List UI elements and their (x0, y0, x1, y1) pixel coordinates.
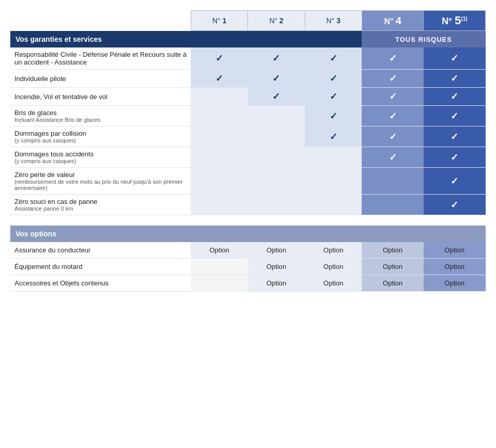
checkmark-r8-n5: ✓ (451, 200, 458, 210)
option-r3-n1 (191, 275, 247, 291)
check-r6-n3 (305, 147, 362, 168)
check-r6-n5: ✓ (424, 147, 486, 168)
check-r4-n4: ✓ (362, 106, 424, 126)
option-r3-n5: Option (424, 275, 486, 291)
check-r3-n4: ✓ (362, 88, 424, 106)
option-r2-n2: Option (248, 258, 305, 275)
checkmark-r1-n3: ✓ (330, 53, 337, 63)
check-r8-n3 (305, 195, 362, 215)
guarantee-label-5: Dommages par collision (y compris aux ca… (10, 126, 191, 147)
check-r3-n3: ✓ (305, 88, 362, 106)
header-n5: N° 5(1) (424, 11, 486, 31)
column-header-row: N° 1 N° 2 N° 3 N° 4 N° 5(1) (10, 11, 486, 31)
guarantee-label-6: Dommages tous accidents (y compris aux c… (10, 147, 191, 168)
checkmark-r1-n4: ✓ (389, 53, 397, 63)
check-r2-n1: ✓ (191, 70, 247, 88)
option-r1-n4: Option (362, 242, 424, 259)
guarantee-row-3: Incendie, Vol et tentative de vol ✓ ✓ ✓ … (10, 88, 486, 106)
checkmark-r1-n5: ✓ (451, 53, 458, 63)
header-n2: N° 2 (248, 11, 305, 31)
option-r3-n2: Option (248, 275, 305, 291)
checkmark-r5-n4: ✓ (389, 132, 397, 142)
option-r2-n1 (191, 258, 247, 275)
check-r6-n4: ✓ (362, 147, 424, 168)
check-r7-n5: ✓ (424, 168, 486, 195)
check-r1-n5: ✓ (424, 47, 486, 70)
option-label-3: Accessoires et Objets contenus (10, 275, 191, 291)
checkmark-r5-n3: ✓ (330, 132, 337, 142)
checkmark-r2-n3: ✓ (330, 73, 337, 84)
guarantee-label-8: Zéro souci en cas de panne Assistance pa… (10, 195, 191, 215)
checkmark-r1-n1: ✓ (215, 53, 223, 63)
option-r2-n5: Option (424, 258, 486, 275)
checkmark-r3-n5: ✓ (451, 91, 458, 102)
checkmark-r3-n4: ✓ (389, 91, 397, 102)
check-r1-n1: ✓ (191, 47, 247, 70)
check-r2-n4: ✓ (362, 70, 424, 88)
check-r6-n2 (248, 147, 305, 168)
option-r1-n1: Option (191, 242, 247, 259)
check-r4-n3: ✓ (305, 106, 362, 126)
check-r5-n5: ✓ (424, 126, 486, 147)
check-r1-n3: ✓ (305, 47, 362, 70)
option-r1-n3: Option (305, 242, 362, 259)
header-n1: N° 1 (191, 11, 247, 31)
checkmark-r2-n5: ✓ (451, 73, 458, 84)
option-row-1: Assurance du conducteur Option Option Op… (10, 242, 486, 259)
check-r7-n3 (305, 168, 362, 195)
tous-risques-label: TOUS RISQUES (362, 31, 485, 48)
guarantee-label-3: Incendie, Vol et tentative de vol (10, 88, 191, 106)
check-r3-n5: ✓ (424, 88, 486, 106)
checkmark-r4-n4: ✓ (389, 111, 397, 121)
main-table-wrapper: N° 1 N° 2 N° 3 N° 4 N° 5(1) (10, 10, 486, 292)
guarantee-row-1: Responsabilité Civile - Défense Pénale e… (10, 47, 486, 70)
check-r4-n2 (248, 106, 305, 126)
check-r3-n2: ✓ (248, 88, 305, 106)
options-section-title: Vos options (10, 226, 486, 242)
option-label-2: Équipement du motard (10, 258, 191, 275)
guarantee-row-5: Dommages par collision (y compris aux ca… (10, 126, 486, 147)
header-empty-cell (10, 11, 191, 31)
page-container: N° 1 N° 2 N° 3 N° 4 N° 5(1) (10, 10, 486, 292)
option-r3-n4: Option (362, 275, 424, 291)
check-r4-n1 (191, 106, 247, 126)
guarantee-row-6: Dommages tous accidents (y compris aux c… (10, 147, 486, 168)
options-section-header: Vos options (10, 226, 486, 242)
checkmark-r5-n5: ✓ (451, 132, 458, 142)
option-row-3: Accessoires et Objets contenus Option Op… (10, 275, 486, 291)
checkmark-r4-n3: ✓ (330, 111, 337, 121)
check-r2-n3: ✓ (305, 70, 362, 88)
check-r8-n5: ✓ (424, 195, 486, 215)
check-r5-n2 (248, 126, 305, 147)
header-n3: N° 3 (305, 11, 362, 31)
checkmark-r7-n5: ✓ (451, 176, 458, 186)
check-r4-n5: ✓ (424, 106, 486, 126)
check-r7-n1 (191, 168, 247, 195)
checkmark-r4-n5: ✓ (451, 111, 458, 121)
check-r2-n2: ✓ (248, 70, 305, 88)
checkmark-r6-n4: ✓ (389, 152, 397, 163)
option-r2-n3: Option (305, 258, 362, 275)
checkmark-r3-n3: ✓ (330, 91, 337, 102)
guarantee-row-8: Zéro souci en cas de panne Assistance pa… (10, 195, 486, 215)
check-r7-n4 (362, 168, 424, 195)
check-r7-n2 (248, 168, 305, 195)
option-r1-n5: Option (424, 242, 486, 259)
check-r2-n5: ✓ (424, 70, 486, 88)
option-r3-n3: Option (305, 275, 362, 291)
guarantees-section-header: Vos garanties et services TOUS RISQUES (10, 31, 486, 48)
guarantees-section-title: Vos garanties et services (10, 31, 362, 48)
checkmark-r2-n4: ✓ (389, 73, 397, 84)
guarantees-table: N° 1 N° 2 N° 3 N° 4 N° 5(1) (10, 10, 486, 292)
check-r6-n1 (191, 147, 247, 168)
guarantee-label-7: Zéro perte de valeur (remboursement de v… (10, 168, 191, 195)
option-r1-n2: Option (248, 242, 305, 259)
guarantee-label-1: Responsabilité Civile - Défense Pénale e… (10, 47, 191, 70)
guarantee-row-4: Bris de glaces Incluant Assistance Bris … (10, 106, 486, 126)
guarantee-label-4: Bris de glaces Incluant Assistance Bris … (10, 106, 191, 126)
check-r1-n2: ✓ (248, 47, 305, 70)
checkmark-r2-n2: ✓ (272, 73, 280, 84)
check-r8-n1 (191, 195, 247, 215)
check-r1-n4: ✓ (362, 47, 424, 70)
guarantee-row-2: Individuelle pilote ✓ ✓ ✓ ✓ ✓ (10, 70, 486, 88)
